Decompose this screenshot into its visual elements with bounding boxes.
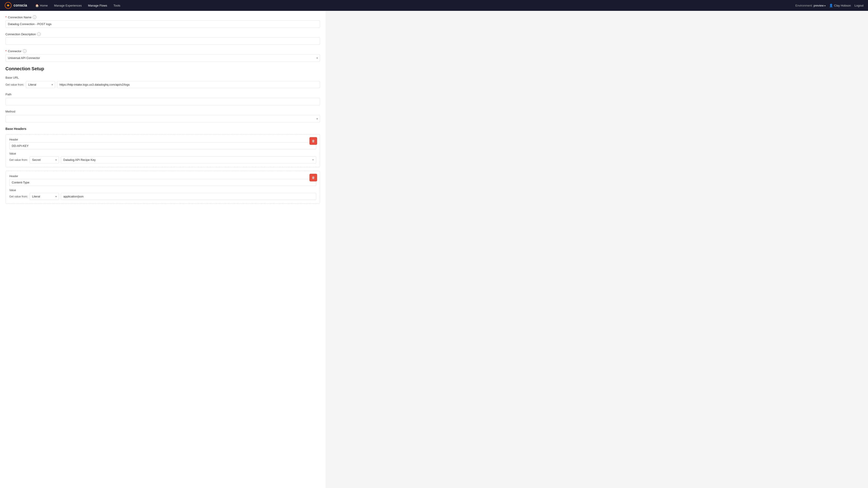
connection-name-help-icon[interactable]: i [33, 15, 36, 19]
connection-name-required: * [5, 15, 6, 19]
connector-help-icon[interactable]: i [23, 49, 26, 53]
header1-get-value-select[interactable]: Secret Literal Variable [30, 156, 59, 163]
path-input[interactable] [5, 98, 320, 105]
connector-select-wrapper: Universal API Connector ▾ [5, 54, 320, 62]
connection-name-group: * Connection Name i [5, 15, 320, 28]
method-select[interactable]: GET POST PUT PATCH DELETE [5, 115, 320, 123]
base-url-label: Base URL [5, 76, 320, 79]
user-icon: 👤 [829, 4, 833, 7]
nav-manage-flows[interactable]: Manage Flows [85, 2, 110, 8]
header2-value-label: Value [9, 189, 316, 192]
nav-home-label: Home [40, 4, 48, 7]
header-card-2: 🗑 Header Value Get value from: Literal S… [5, 171, 320, 204]
nav-manage-flows-label: Manage Flows [88, 4, 107, 7]
method-group: Method GET POST PUT PATCH DELETE ▾ [5, 110, 320, 123]
header2-header-input[interactable] [9, 179, 316, 186]
delete-header-2-button[interactable]: 🗑 [309, 174, 317, 182]
path-group: Path [5, 93, 320, 105]
home-icon: 🏠 [35, 4, 39, 7]
nav-home[interactable]: 🏠 Home [33, 2, 51, 8]
base-headers-label: Base Headers [5, 127, 320, 131]
delete-header-2-icon: 🗑 [312, 176, 315, 180]
path-label: Path [5, 93, 320, 96]
base-url-input[interactable] [57, 81, 320, 88]
header1-display-arrow: ▾ [312, 158, 314, 161]
base-url-get-value-select[interactable]: Literal Secret Variable [26, 81, 55, 88]
header1-value-label: Value [9, 152, 316, 155]
svg-point-1 [7, 4, 9, 6]
nav-manage-experiences-label: Manage Experiences [54, 4, 82, 7]
environment-selector: Environment: preview [796, 4, 826, 7]
header-card-1: 🗑 Header Value Get value from: Secret Li… [5, 134, 320, 167]
brand-name: conscia [13, 3, 27, 7]
navbar-right: Environment: preview 👤 Clay Hobson Logou… [796, 4, 864, 7]
environment-value[interactable]: preview [813, 4, 826, 7]
connector-required: * [5, 50, 6, 53]
connection-name-label-row: * Connection Name i [5, 15, 320, 19]
base-url-group: Base URL Get value from: Literal Secret … [5, 76, 320, 88]
main-content: * Connection Name i Connection Descripti… [0, 11, 326, 488]
nav-manage-experiences[interactable]: Manage Experiences [51, 2, 84, 8]
connection-description-input[interactable] [5, 37, 320, 45]
header2-value-input[interactable] [61, 193, 316, 200]
connection-setup-title: Connection Setup [5, 66, 320, 71]
connector-label: Connector [8, 50, 22, 53]
base-url-get-value-wrapper: Literal Secret Variable ▾ [26, 81, 55, 88]
header1-value-row: Get value from: Secret Literal Variable … [9, 156, 316, 163]
connection-description-group: Connection Description i [5, 32, 320, 45]
user-name: Clay Hobson [834, 4, 851, 7]
header1-header-label: Header [9, 138, 316, 141]
header1-value-text: Datadog API Recipe Key [63, 158, 96, 162]
method-select-wrapper: GET POST PUT PATCH DELETE ▾ [5, 115, 320, 123]
connection-name-input[interactable] [5, 20, 320, 28]
connector-label-row: * Connector i [5, 49, 320, 53]
delete-header-1-icon: 🗑 [312, 139, 315, 143]
header1-header-input[interactable] [9, 142, 316, 149]
method-label: Method [5, 110, 320, 113]
logout-button[interactable]: Logout [855, 4, 864, 7]
main-nav: 🏠 Home Manage Experiences Manage Flows T… [33, 2, 794, 8]
connection-name-label: Connection Name [8, 15, 31, 19]
delete-header-1-button[interactable]: 🗑 [309, 137, 317, 145]
connector-select[interactable]: Universal API Connector [5, 54, 320, 62]
base-url-get-value-label: Get value from: [5, 83, 24, 86]
connection-description-help-icon[interactable]: i [37, 32, 41, 36]
user-info: 👤 Clay Hobson [829, 4, 851, 7]
nav-tools-label: Tools [114, 4, 120, 7]
navbar: conscia 🏠 Home Manage Experiences Manage… [0, 0, 868, 11]
header2-get-value-wrapper: Literal Secret Variable ▾ [30, 193, 59, 200]
header1-value-display[interactable]: Datadog API Recipe Key ▾ [61, 156, 316, 163]
header2-value-row: Get value from: Literal Secret Variable … [9, 193, 316, 200]
connection-description-label-row: Connection Description i [5, 32, 320, 36]
header2-get-value-label: Get value from: [9, 195, 28, 198]
base-url-row: Get value from: Literal Secret Variable … [5, 81, 320, 88]
header1-get-value-wrapper: Secret Literal Variable ▾ [30, 156, 59, 163]
header2-header-label: Header [9, 175, 316, 178]
environment-label: Environment: [796, 4, 813, 7]
nav-tools[interactable]: Tools [111, 2, 123, 8]
header1-get-value-label: Get value from: [9, 158, 28, 162]
connector-group: * Connector i Universal API Connector ▾ [5, 49, 320, 62]
conscia-logo [4, 2, 12, 9]
brand: conscia [4, 2, 27, 9]
header2-get-value-select[interactable]: Literal Secret Variable [30, 193, 59, 200]
base-headers-group: Base Headers 🗑 Header Value Get value fr… [5, 127, 320, 204]
connection-description-label: Connection Description [5, 33, 36, 36]
